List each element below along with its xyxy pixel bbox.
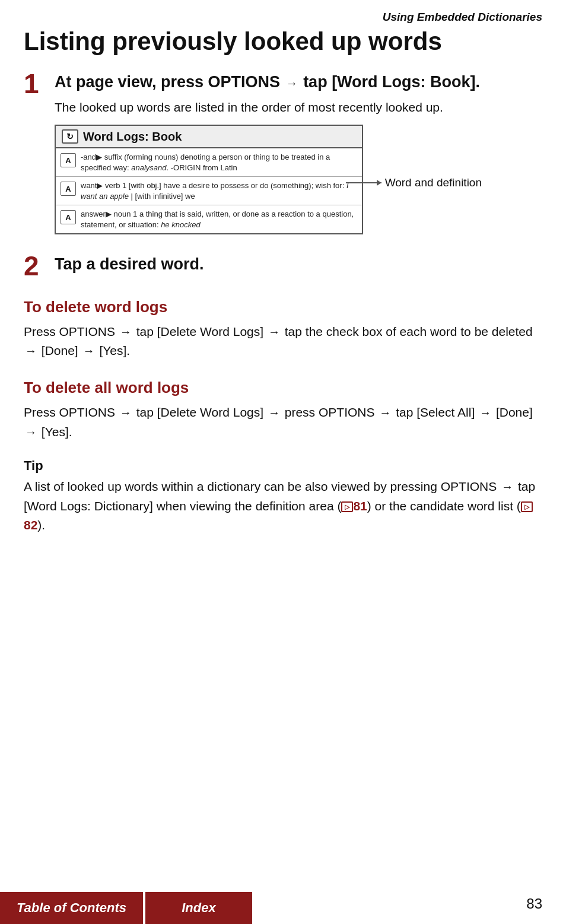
step-2-row: 2 Tap a desired word. [24, 255, 542, 280]
arrow-dall-1: → [120, 404, 132, 422]
step-1-body: The looked up words are listed in the or… [55, 98, 542, 117]
word-logs-box: ↻ Word Logs: Book A -and▶ suffix (formin… [55, 125, 363, 234]
ref-2-number: 82 [24, 516, 37, 535]
delete-all-word-logs-body: Press OPTIONS → tap [Delete Word Logs] →… [24, 403, 542, 442]
tip-body: A list of looked up words within a dicti… [24, 477, 542, 535]
ref-link-2[interactable]: 82 [24, 516, 37, 535]
word-entry-3: A answer▶ noun 1 a thing that is said, w… [56, 205, 362, 233]
word-logs-header: ↻ Word Logs: Book [56, 126, 362, 148]
step-2-content: Tap a desired word. [55, 255, 542, 280]
word-logs-entries: A -and▶ suffix (forming nouns) denoting … [56, 148, 362, 233]
index-button[interactable]: Index [145, 892, 252, 924]
entry-icon-1: A [61, 153, 76, 167]
step-1-heading: At page view, press OPTIONS → tap [Word … [55, 72, 542, 91]
word-def-text: Word and definition [385, 176, 482, 189]
arrow-dwl-2: → [268, 323, 280, 341]
word-entry-1: A -and▶ suffix (forming nouns) denoting … [56, 148, 362, 177]
delete-all-word-logs-heading: To delete all word logs [24, 379, 542, 397]
step-2-heading: Tap a desired word. [55, 255, 542, 274]
word-logs-header-icon: ↻ [62, 129, 78, 144]
footer: Table of Contents Index 83 [0, 892, 566, 924]
word-logs-title: Word Logs: Book [83, 130, 182, 144]
def-arrow-line [346, 182, 381, 183]
delete-word-logs-body: Press OPTIONS → tap [Delete Word Logs] →… [24, 322, 542, 361]
arrow-dwl-1: → [120, 323, 132, 341]
arrow-dwl-3: → [25, 342, 37, 360]
ref-icon-1: ▷ [341, 501, 353, 512]
page-number: 83 [526, 896, 542, 912]
word-entry-2: A want▶ verb 1 [with obj.] have a desire… [56, 177, 362, 205]
arrow-tip-1: → [501, 478, 513, 496]
word-def-label: Word and definition [346, 176, 482, 189]
tip-section: Tip A list of looked up words within a d… [24, 458, 542, 535]
delete-word-logs-heading: To delete word logs [24, 298, 542, 316]
table-of-contents-button[interactable]: Table of Contents [0, 892, 143, 924]
tip-text-part2: ) or the candidate word list ( [367, 499, 521, 513]
step-1-row: 1 At page view, press OPTIONS → tap [Wor… [24, 72, 542, 240]
entry-text-3: answer▶ noun 1 a thing that is said, wri… [81, 209, 357, 230]
tip-heading: Tip [24, 458, 542, 474]
ref-link-1[interactable]: 81 [353, 497, 367, 516]
step-2-number: 2 [24, 252, 55, 280]
ref-1-number: 81 [353, 497, 367, 516]
arrow-dall-3: → [379, 404, 391, 422]
entry-text-2: want▶ verb 1 [with obj.] have a desire t… [81, 180, 357, 201]
header-title: Using Embedded Dictionaries [24, 11, 542, 24]
arrow-dall-5: → [25, 423, 37, 442]
entry-icon-3: A [61, 210, 76, 224]
step-1-content: At page view, press OPTIONS → tap [Word … [55, 72, 542, 240]
arrow-dall-4: → [479, 404, 491, 422]
delete-word-logs-section: To delete word logs Press OPTIONS → tap … [24, 298, 542, 361]
page: Using Embedded Dictionaries Listing prev… [0, 0, 566, 924]
ref-icon-2: ▷ [521, 501, 533, 512]
main-title: Listing previously looked up words [24, 27, 542, 56]
delete-all-word-logs-section: To delete all word logs Press OPTIONS → … [24, 379, 542, 442]
entry-text-1: -and▶ suffix (forming nouns) denoting a … [81, 152, 357, 173]
entry-icon-2: A [61, 182, 76, 196]
arrow-1: → [286, 76, 298, 90]
step-1-number: 1 [24, 70, 55, 97]
tip-text-part3: ). [37, 518, 45, 532]
arrow-dwl-4: → [83, 342, 95, 360]
arrow-dall-2: → [268, 404, 280, 422]
word-logs-container: ↻ Word Logs: Book A -and▶ suffix (formin… [55, 125, 363, 240]
